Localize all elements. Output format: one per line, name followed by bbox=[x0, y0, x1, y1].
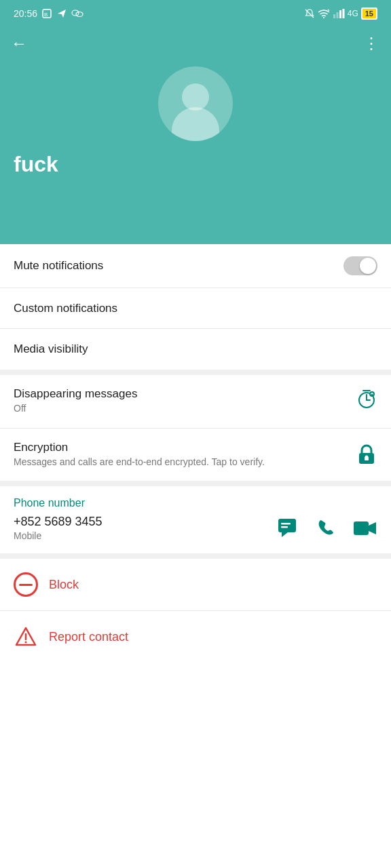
call-button[interactable] bbox=[315, 516, 339, 540]
svg-point-19 bbox=[365, 456, 369, 459]
profile-header: ← ⋮ fuck bbox=[0, 27, 391, 244]
settings-list: Mute notifications Custom notifications … bbox=[0, 244, 391, 663]
message-button[interactable] bbox=[277, 516, 301, 540]
messages-section: Disappearing messages Off Encryption Mes… bbox=[0, 375, 391, 486]
disappearing-messages-label: Disappearing messages bbox=[14, 387, 356, 401]
report-icon bbox=[14, 625, 38, 649]
block-item[interactable]: Block bbox=[0, 559, 391, 611]
toggle-knob bbox=[360, 258, 376, 274]
time-display: 20:56 bbox=[14, 8, 37, 19]
svg-marker-25 bbox=[369, 522, 376, 534]
svg-line-7 bbox=[328, 9, 329, 11]
disappearing-messages-item[interactable]: Disappearing messages Off bbox=[0, 375, 391, 429]
status-bar: 20:56 B 4G 15 bbox=[0, 0, 391, 27]
video-call-button[interactable] bbox=[353, 516, 377, 540]
block-line bbox=[19, 584, 33, 586]
svg-text:B: B bbox=[44, 12, 48, 18]
svg-marker-21 bbox=[282, 532, 288, 537]
svg-rect-8 bbox=[333, 14, 335, 18]
svg-rect-10 bbox=[339, 10, 341, 18]
avatar-container bbox=[11, 66, 380, 141]
custom-notifications-item[interactable]: Custom notifications bbox=[0, 288, 391, 329]
avatar-body bbox=[172, 107, 219, 141]
battery-level: 15 bbox=[361, 7, 377, 20]
battery-saver-icon: B bbox=[41, 8, 52, 19]
lock-icon bbox=[356, 443, 377, 465]
avatar-head bbox=[182, 83, 209, 111]
mute-notifications-item[interactable]: Mute notifications bbox=[0, 244, 391, 288]
avatar-person bbox=[158, 66, 233, 141]
phone-info: +852 5689 3455 Mobile bbox=[14, 515, 103, 541]
block-icon bbox=[14, 572, 38, 597]
svg-point-4 bbox=[76, 12, 83, 17]
phone-type: Mobile bbox=[14, 530, 103, 541]
network-type: 4G bbox=[348, 9, 358, 18]
media-visibility-label: Media visibility bbox=[14, 342, 377, 356]
encryption-sub: Messages and calls are end-to-end encryp… bbox=[14, 456, 356, 469]
contact-name: fuck bbox=[11, 152, 380, 177]
svg-rect-22 bbox=[281, 523, 291, 525]
svg-rect-11 bbox=[342, 9, 344, 18]
svg-marker-2 bbox=[58, 9, 66, 18]
encryption-label: Encryption bbox=[14, 441, 356, 454]
svg-rect-23 bbox=[281, 526, 288, 528]
media-visibility-item[interactable]: Media visibility bbox=[0, 329, 391, 370]
encryption-item[interactable]: Encryption Messages and calls are end-to… bbox=[0, 429, 391, 481]
more-options-button[interactable]: ⋮ bbox=[363, 34, 380, 53]
danger-section: Block Report contact bbox=[0, 559, 391, 663]
telegram-icon bbox=[56, 8, 67, 19]
mute-notifications-label: Mute notifications bbox=[14, 259, 343, 273]
phone-section-label: Phone number bbox=[14, 497, 377, 509]
phone-actions bbox=[277, 516, 377, 540]
report-label: Report contact bbox=[49, 630, 128, 644]
avatar bbox=[158, 66, 233, 141]
svg-rect-9 bbox=[336, 12, 338, 18]
report-item[interactable]: Report contact bbox=[0, 611, 391, 663]
svg-point-28 bbox=[25, 642, 27, 644]
mute-notifications-toggle[interactable] bbox=[343, 256, 377, 275]
wifi-icon bbox=[318, 9, 330, 18]
notifications-section: Mute notifications Custom notifications … bbox=[0, 244, 391, 375]
svg-rect-20 bbox=[278, 519, 296, 532]
timer-icon bbox=[356, 388, 377, 414]
signal-icon bbox=[333, 9, 345, 18]
header-nav: ← ⋮ bbox=[11, 34, 380, 53]
svg-point-6 bbox=[323, 17, 324, 18]
notification-off-icon bbox=[304, 8, 315, 19]
custom-notifications-label: Custom notifications bbox=[14, 302, 377, 315]
back-button[interactable]: ← bbox=[11, 34, 27, 53]
phone-number-section: Phone number +852 5689 3455 Mobile bbox=[0, 486, 391, 559]
phone-number: +852 5689 3455 bbox=[14, 515, 103, 529]
wechat-icon bbox=[71, 8, 83, 19]
block-label: Block bbox=[49, 578, 79, 592]
svg-rect-24 bbox=[354, 521, 369, 535]
svg-point-3 bbox=[72, 10, 79, 16]
disappearing-messages-sub: Off bbox=[14, 402, 356, 416]
svg-point-16 bbox=[369, 391, 375, 397]
phone-row: +852 5689 3455 Mobile bbox=[14, 515, 377, 553]
